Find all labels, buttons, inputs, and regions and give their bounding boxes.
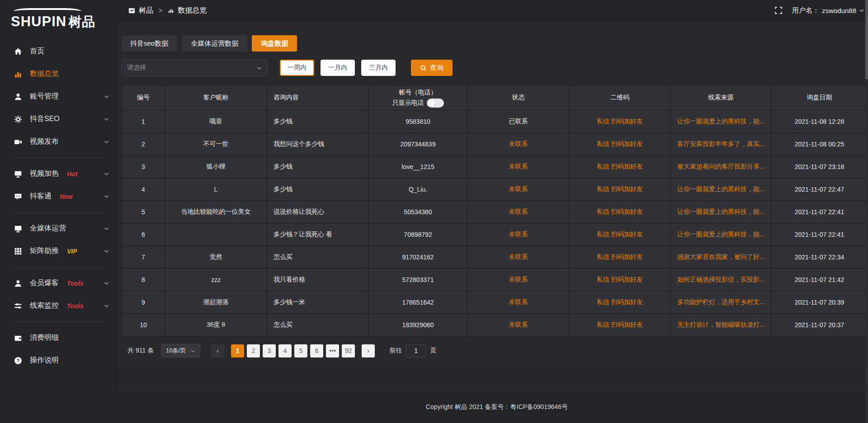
source-link[interactable]: 多功能护栏灯，适用于乡村文...: [671, 291, 771, 313]
logo-en: SHUPIN: [11, 14, 66, 29]
sidebar-divider: [11, 212, 107, 213]
page-size-select[interactable]: 10条/页: [161, 344, 200, 357]
search-icon: [420, 65, 427, 71]
qr-link[interactable]: 私信 扫码加好友: [570, 111, 670, 132]
col-source: 线索来源: [671, 85, 771, 110]
cell-nickname: L: [165, 179, 266, 200]
sidebar-item-account-management[interactable]: 账号管理: [0, 85, 118, 108]
copyright-text: Copyright 树品 2021 备案号：粤ICP备09019646号: [426, 403, 568, 411]
sidebar-item-consumption-detail[interactable]: 消费明细: [0, 327, 118, 349]
qr-link[interactable]: 私信 扫码加好友: [570, 156, 670, 178]
source-link[interactable]: 让你一眼就爱上的黑科技，能...: [671, 224, 771, 245]
cell-content: 多少钱？让我死心 看: [267, 224, 368, 245]
prev-page-button[interactable]: ‹: [211, 344, 224, 357]
cell-nickname: 当地比较能吃的一位美女: [165, 201, 266, 223]
sidebar-item-lead-monitor[interactable]: 线索监控 Tools: [0, 295, 118, 317]
cell-account: 917024162: [369, 246, 467, 268]
page-button[interactable]: 5: [294, 344, 307, 357]
cell-nickname: 觉然: [165, 246, 266, 268]
sidebar-item-omni-media[interactable]: 全媒体运营: [0, 217, 118, 240]
source-link[interactable]: 让你一眼就爱上的黑科技，能...: [671, 201, 771, 223]
table-row: 5 当地比较能吃的一位美女 说说价格让我死心 50534380 未联系 私信 扫…: [122, 201, 867, 223]
source-link[interactable]: 让你一眼就爱上的黑科技，能...: [671, 111, 771, 132]
source-link[interactable]: 客厅安装投影半年多了，真实...: [671, 133, 771, 155]
source-link[interactable]: 让你一眼就爱上的黑科技，能...: [671, 179, 771, 200]
footer: Copyright 树品 2021 备案号：粤ICP备09019646号: [118, 390, 868, 423]
phone-only-toggle[interactable]: [427, 99, 444, 108]
goto-page-input[interactable]: [406, 344, 426, 357]
table-row: 3 狐小狸 多少钱 love__1215 未联系 私信 扫码加好友 被大家追着问…: [122, 156, 867, 178]
user-menu[interactable]: 用户名：zswodun88: [792, 6, 864, 15]
cell-content: 说说价格让我死心: [267, 201, 368, 223]
sidebar-item-douyin-seo[interactable]: 抖音SEO: [0, 108, 118, 131]
sidebar-item-video-publish[interactable]: 视频发布: [0, 131, 118, 153]
breadcrumb-separator: >: [159, 7, 162, 14]
cell-nickname: 狐小狸: [165, 156, 266, 178]
user-icon: [14, 92, 23, 101]
cell-no: 4: [122, 179, 165, 200]
qr-link[interactable]: 私信 扫码加好友: [570, 224, 670, 245]
range-week-button[interactable]: 一周内: [280, 60, 314, 76]
page-button[interactable]: 92: [342, 344, 355, 357]
breadcrumb-root[interactable]: 树品: [139, 6, 153, 15]
query-button[interactable]: 查询: [411, 60, 453, 76]
qr-link[interactable]: 私信 扫码加好友: [570, 269, 670, 291]
chevron-down-icon: [859, 8, 864, 13]
sidebar-item-operation-guide[interactable]: ? 操作说明: [0, 349, 118, 372]
scrollbar-thumb[interactable]: [865, 0, 868, 79]
tab-inquiry-data[interactable]: 询盘数据: [252, 35, 297, 52]
username: zswodun88: [822, 7, 856, 14]
breadcrumb-current: 数据总览: [178, 6, 207, 15]
cell-no: 9: [122, 291, 165, 313]
page-button[interactable]: 1: [231, 344, 244, 357]
cell-date: 2021-11-07 22:41: [772, 224, 867, 245]
next-page-button[interactable]: ›: [362, 344, 375, 357]
range-quarter-button[interactable]: 三月内: [361, 60, 396, 76]
source-link[interactable]: 被大家追着问的客厅投影分享...: [671, 156, 771, 178]
cell-nickname: 潮起潮落: [165, 291, 266, 313]
range-month-button[interactable]: 一月内: [321, 60, 355, 76]
col-account-label: 帐号（电话）: [369, 89, 467, 97]
page-ellipsis-button[interactable]: •••: [326, 344, 339, 357]
wallet-icon: [14, 334, 23, 343]
scrollbar[interactable]: [865, 0, 868, 423]
sidebar-item-douketong[interactable]: 抖客通 New: [0, 185, 118, 208]
page-button[interactable]: 2: [247, 344, 260, 357]
cell-date: 2021-11-07 23:18: [772, 156, 867, 178]
source-link[interactable]: 如何正确选择投影仪，买投影...: [671, 269, 771, 291]
sidebar-item-video-boost[interactable]: 视频加热 Hot: [0, 163, 118, 185]
col-date: 询盘日期: [772, 85, 867, 110]
sidebar-item-member-baoke[interactable]: 会员爆客 Tools: [0, 272, 118, 295]
cell-no: 10: [122, 314, 165, 336]
page-unit-label: 页: [430, 347, 436, 355]
sidebar-item-data-overview[interactable]: 数据总览: [0, 63, 118, 85]
qr-link[interactable]: 私信 扫码加好友: [570, 201, 670, 223]
account-select[interactable]: 请选择: [121, 59, 268, 76]
page-button[interactable]: 6: [310, 344, 323, 357]
tab-douyin-seo-data[interactable]: 抖音seo数据: [121, 35, 177, 52]
cell-content: 怎么买: [267, 314, 368, 336]
logo-zh: 树品: [68, 14, 95, 29]
tab-omni-media-data[interactable]: 全媒体运营数据: [182, 35, 247, 52]
page-button[interactable]: 4: [278, 344, 292, 357]
fullscreen-icon[interactable]: [775, 7, 782, 14]
qr-link[interactable]: 私信 扫码加好友: [570, 179, 670, 200]
cell-account: Q_Liu.: [369, 179, 467, 200]
source-link[interactable]: 感谢大家喜欢我家，被问了好...: [671, 246, 771, 268]
qr-link[interactable]: 私信 扫码加好友: [570, 246, 670, 268]
table-row: 7 觉然 怎么买 917024162 未联系 私信 扫码加好友 感谢大家喜欢我家…: [122, 246, 867, 268]
qr-link[interactable]: 私信 扫码加好友: [570, 133, 670, 155]
cell-account: 2097344839: [369, 133, 467, 155]
page-button[interactable]: 3: [263, 344, 276, 357]
sidebar-divider: [11, 267, 107, 268]
source-link[interactable]: 无主灯设计，智能磁吸轨道灯...: [671, 314, 771, 336]
cell-account: 9583810: [369, 111, 467, 132]
qr-link[interactable]: 私信 扫码加好友: [570, 314, 670, 336]
help-icon: ?: [14, 356, 23, 365]
qr-link[interactable]: 私信 扫码加好友: [570, 291, 670, 313]
phone-only-label: 只显示电话: [392, 99, 424, 107]
sidebar-item-home[interactable]: 首页: [0, 40, 118, 63]
cell-date: 2021-11-07 21:42: [772, 269, 867, 291]
cell-content: 多少钱: [267, 156, 368, 178]
sidebar-item-matrix-push[interactable]: 矩阵助推 VIP: [0, 240, 118, 263]
